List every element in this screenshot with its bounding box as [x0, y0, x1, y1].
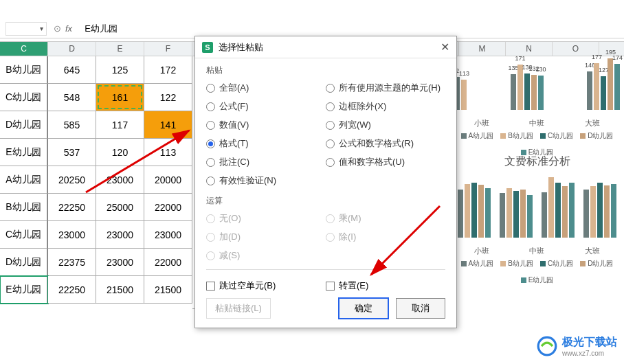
- radio-theme[interactable]: 所有使用源主题的单元(H): [326, 82, 445, 94]
- cell[interactable]: 23000: [48, 221, 96, 249]
- radio-validation[interactable]: 有效性验证(N): [206, 174, 326, 187]
- cell-label[interactable]: B幼儿园: [0, 56, 48, 84]
- chart-1: 22 113 135 171 138 132 130 146 177 127 1…: [454, 62, 620, 148]
- search-icon[interactable]: ⊙: [54, 23, 61, 34]
- cell[interactable]: 23000: [96, 249, 144, 276]
- dialog-titlebar[interactable]: S 选择性粘贴 ✕: [195, 36, 456, 58]
- cell[interactable]: 22250: [48, 276, 96, 304]
- cell[interactable]: 117: [96, 111, 144, 139]
- paste-special-dialog: S 选择性粘贴 ✕ 粘贴 全部(A) 公式(F) 数值(V) 格式(T) 批注(…: [194, 36, 457, 328]
- app-icon: S: [202, 42, 213, 53]
- legend-item: D幼儿园: [588, 259, 613, 269]
- cell[interactable]: 113: [144, 139, 192, 166]
- radio-sub: 减(S): [206, 249, 326, 262]
- radio-border-except[interactable]: 边框除外(X): [326, 100, 445, 113]
- watermark-name: 极光下载站: [562, 336, 617, 348]
- chart-panel: 22 113 135 171 138 132 130 146 177 127 1…: [450, 56, 624, 323]
- radio-formula-num[interactable]: 公式和数字格式(R): [326, 137, 445, 150]
- dialog-title: 选择性粘贴: [219, 41, 263, 54]
- cell[interactable]: 125: [96, 56, 144, 84]
- legend-item: A幼儿园: [469, 259, 494, 269]
- radio-value-num[interactable]: 值和数字格式(U): [326, 156, 445, 168]
- radio-none: 无(O): [206, 212, 326, 225]
- axis-label: 中班: [529, 246, 544, 256]
- cell-label[interactable]: A幼儿园: [0, 166, 48, 194]
- cell[interactable]: 645: [48, 56, 96, 84]
- cell-label[interactable]: C幼儿园: [0, 221, 48, 249]
- cell[interactable]: 23000: [96, 166, 144, 194]
- axis-label: 中班: [529, 118, 544, 128]
- cell[interactable]: 537: [48, 139, 96, 166]
- formula-text[interactable]: E幼儿园: [85, 23, 118, 35]
- legend-item: C幼儿园: [548, 259, 573, 269]
- spreadsheet-grid[interactable]: B幼儿园 645 125 172 C幼儿园 548 161 122 D幼儿园 5…: [0, 56, 192, 304]
- cell-highlighted[interactable]: 141: [144, 111, 192, 139]
- col-header-f[interactable]: F: [144, 42, 192, 56]
- cell[interactable]: 22000: [144, 249, 192, 276]
- radio-format[interactable]: 格式(T): [206, 137, 326, 150]
- radio-value[interactable]: 数值(V): [206, 119, 326, 131]
- radio-formula[interactable]: 公式(F): [206, 100, 326, 113]
- cell[interactable]: 20250: [48, 166, 96, 194]
- col-header-n[interactable]: N: [506, 42, 553, 56]
- cell[interactable]: 122: [144, 84, 192, 111]
- legend-item: E幼儿园: [528, 275, 554, 285]
- axis-label: 大班: [585, 246, 600, 256]
- watermark-icon: [536, 335, 558, 357]
- cell[interactable]: 21500: [96, 276, 144, 304]
- cell[interactable]: 22375: [48, 249, 96, 276]
- cell-label[interactable]: D幼儿园: [0, 111, 48, 139]
- cell[interactable]: 22000: [144, 194, 192, 221]
- group-calc-label: 运算: [206, 193, 445, 209]
- ok-button[interactable]: 确定: [338, 297, 389, 319]
- legend-item: A幼儿园: [469, 131, 494, 141]
- axis-label: 大班: [585, 118, 600, 128]
- col-header-c[interactable]: C: [0, 42, 48, 56]
- radio-mul: 乘(M): [326, 212, 445, 225]
- cell[interactable]: 20000: [144, 166, 192, 194]
- paste-link-button: 粘贴链接(L): [206, 298, 271, 319]
- svg-point-2: [538, 337, 556, 355]
- radio-add: 加(D): [206, 231, 326, 243]
- checkbox-transpose[interactable]: 转置(E): [326, 280, 445, 292]
- watermark: 极光下载站 www.xz7.com: [536, 335, 617, 357]
- cell[interactable]: 25000: [96, 194, 144, 221]
- chart-2: 小班 中班 大班 A幼儿园 B幼儿园 C幼儿园 D幼儿园 E幼儿园: [454, 176, 620, 293]
- col-header-m[interactable]: M: [459, 42, 506, 56]
- cell[interactable]: 21500: [144, 276, 192, 304]
- checkbox-skip-blanks[interactable]: 跳过空单元(B): [206, 280, 326, 292]
- axis-label: 小班: [474, 246, 489, 256]
- cell-label[interactable]: B幼儿园: [0, 194, 48, 221]
- legend-item: D幼儿园: [588, 131, 613, 141]
- cell[interactable]: 22250: [48, 194, 96, 221]
- axis-label: 小班: [474, 118, 489, 128]
- legend-item: B幼儿园: [508, 259, 533, 269]
- name-box[interactable]: ▾: [5, 22, 47, 36]
- cell-label[interactable]: C幼儿园: [0, 84, 48, 111]
- radio-col-width[interactable]: 列宽(W): [326, 119, 445, 131]
- legend-item: B幼儿园: [508, 131, 533, 141]
- legend-item: C幼儿园: [548, 131, 573, 141]
- radio-comment[interactable]: 批注(C): [206, 156, 326, 168]
- legend-item: E幼儿园: [528, 148, 554, 157]
- cell-selected[interactable]: E幼儿园: [0, 276, 48, 304]
- cell[interactable]: 120: [96, 139, 144, 166]
- radio-all[interactable]: 全部(A): [206, 82, 326, 94]
- cell[interactable]: 585: [48, 111, 96, 139]
- cell[interactable]: 23000: [96, 221, 144, 249]
- cancel-button[interactable]: 取消: [396, 298, 445, 319]
- radio-div: 除(I): [326, 231, 445, 243]
- group-paste-label: 粘贴: [206, 62, 445, 78]
- cell-label[interactable]: E幼儿园: [0, 139, 48, 166]
- fx-label[interactable]: fx: [65, 23, 72, 34]
- cell-label[interactable]: D幼儿园: [0, 249, 48, 276]
- col-header-e[interactable]: E: [96, 42, 144, 56]
- cell-copy-source[interactable]: 161: [96, 84, 144, 111]
- close-icon[interactable]: ✕: [441, 41, 449, 54]
- col-header-d[interactable]: D: [48, 42, 96, 56]
- cell[interactable]: 548: [48, 84, 96, 111]
- cell[interactable]: 172: [144, 56, 192, 84]
- formula-icons: ⊙ fx: [54, 23, 78, 34]
- watermark-url: www.xz7.com: [562, 350, 617, 357]
- cell[interactable]: 23000: [144, 221, 192, 249]
